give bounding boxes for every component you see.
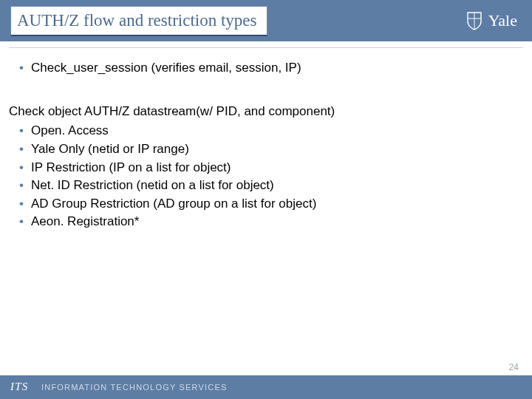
list-item: • Check_user_session (verifies email, se…	[19, 59, 523, 78]
list-item: • Aeon. Registration*	[19, 213, 523, 231]
its-logo-text: ITS	[10, 381, 28, 392]
content-area: • Check_user_session (verifies email, se…	[9, 59, 523, 231]
brand-logo: Yale	[466, 11, 517, 30]
sub-section: Check object AUTH/Z datastream(w/ PID, a…	[9, 103, 523, 231]
list-item: • AD Group Restriction (AD group on a li…	[19, 195, 523, 214]
divider	[9, 47, 523, 48]
shield-icon	[466, 11, 482, 30]
sub-list: • Open. Access • Yale Only (netid or IP …	[9, 122, 523, 231]
footer-brand: ITS INFORMATION TECHNOLOGY SERVICES	[10, 380, 228, 395]
list-item: • IP Restriction (IP on a list for objec…	[19, 159, 523, 177]
list-item-text: Aeon. Registration*	[31, 213, 139, 231]
title-text: AUTH/Z flow and restriction types	[17, 11, 256, 30]
bullet-icon: •	[19, 213, 24, 231]
list-item: • Open. Access	[19, 122, 523, 140]
page-number: 24	[509, 362, 519, 372]
bullet-icon: •	[19, 195, 24, 214]
list-item-text: Yale Only (netid or IP range)	[31, 140, 189, 159]
bullet-icon: •	[19, 59, 24, 78]
bullet-icon: •	[19, 140, 24, 159]
slide: AUTH/Z flow and restriction types Yale •…	[0, 0, 532, 399]
page-title: AUTH/Z flow and restriction types	[10, 6, 267, 36]
footer-bar: ITS INFORMATION TECHNOLOGY SERVICES	[0, 375, 532, 399]
list-item-text: Open. Access	[31, 122, 109, 140]
list-item-text: IP Restriction (IP on a list for object)	[31, 159, 231, 177]
list-item-text: AD Group Restriction (AD group on a list…	[31, 195, 316, 214]
its-logo-icon: ITS	[10, 380, 35, 395]
list-item: • Yale Only (netid or IP range)	[19, 140, 523, 159]
list-item-text: Net. ID Restriction (netid on a list for…	[31, 177, 274, 195]
footer-text: INFORMATION TECHNOLOGY SERVICES	[41, 383, 228, 392]
list-item-text: Check_user_session (verifies email, sess…	[31, 59, 301, 78]
bullet-icon: •	[19, 159, 24, 177]
brand-text: Yale	[488, 11, 517, 30]
list-item: • Net. ID Restriction (netid on a list f…	[19, 177, 523, 195]
sub-heading: Check object AUTH/Z datastream(w/ PID, a…	[9, 103, 523, 121]
bullet-icon: •	[19, 122, 24, 140]
header-bar: AUTH/Z flow and restriction types Yale	[0, 0, 532, 41]
bullet-icon: •	[19, 177, 24, 195]
